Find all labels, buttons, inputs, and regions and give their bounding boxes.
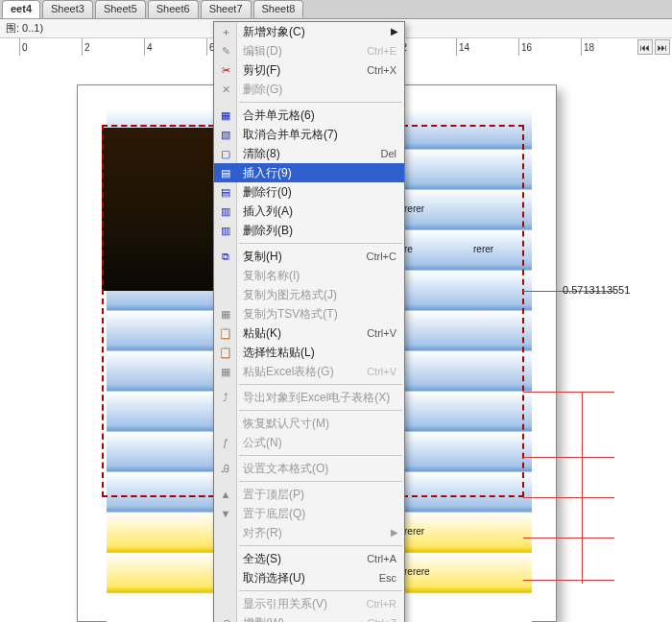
menu-shortcut: Ctrl+E	[367, 41, 396, 60]
menu-label: 恢复默认尺寸(M)	[243, 414, 396, 433]
float-value: 0.5713113551	[563, 284, 630, 296]
menu-label: 粘贴(K)	[243, 323, 367, 343]
dark-fill-region	[102, 128, 215, 291]
menu-separator	[239, 410, 402, 411]
menu-select-all[interactable]: 全选(S) Ctrl+A	[214, 549, 404, 568]
cell-text: rerer	[404, 526, 424, 537]
menu-bring-front[interactable]: ▲ 置于顶层(P)	[214, 485, 404, 504]
menu-separator	[239, 545, 402, 546]
menu-label: 选择性粘贴(L)	[243, 343, 396, 362]
formula-icon: ƒ	[218, 435, 233, 450]
menu-label: 删除(G)	[243, 80, 396, 99]
menu-delete[interactable]: ✕ 删除(G)	[214, 80, 404, 99]
menu-edit[interactable]: ✎ 编辑(D) Ctrl+E	[214, 41, 404, 60]
tsv-icon: ▦	[218, 306, 233, 322]
menu-copy-name[interactable]: 复制名称(I)	[214, 266, 404, 285]
menu-send-back[interactable]: ▼ 置于底层(Q)	[214, 504, 404, 523]
menu-align[interactable]: 对齐(R) ▶	[214, 523, 404, 542]
menu-copy[interactable]: ⧉ 复制(H) Ctrl+C	[214, 247, 404, 266]
menu-deselect[interactable]: 取消选择(U) Esc	[214, 568, 404, 587]
menu-label: 编辑(D)	[243, 41, 367, 60]
menu-formula[interactable]: ƒ 公式(N)	[214, 433, 404, 452]
menu-insert-col[interactable]: ▥ 插入列(A)	[214, 202, 404, 221]
menu-separator	[239, 590, 402, 591]
menu-label: 全选(S)	[243, 549, 367, 568]
ruler-mark: 0	[19, 38, 28, 57]
ruler-prev-button[interactable]: ⏮	[637, 39, 653, 55]
menu-cut[interactable]: ✂ 剪切(F) Ctrl+X	[214, 60, 404, 80]
menu-insert-row[interactable]: ▤ 插入行(9)	[214, 163, 404, 182]
menu-label: 剪切(F)	[243, 60, 367, 80]
menu-label: 取消选择(U)	[243, 568, 379, 587]
grid-line	[523, 538, 614, 538]
menu-paste-special[interactable]: 📋 选择性粘贴(L)	[214, 343, 404, 362]
menu-label: 置于顶层(P)	[243, 485, 396, 504]
menu-separator	[239, 102, 402, 103]
menu-paste-excel[interactable]: ▦ 粘贴Excel表格(G) Ctrl+V	[214, 362, 404, 381]
grid-line	[523, 580, 614, 581]
menu-separator	[239, 481, 402, 482]
menu-label: 置于底层(Q)	[243, 504, 396, 523]
tab-sheet7[interactable]: Sheet7	[201, 0, 252, 18]
menu-unmerge-cells[interactable]: ▧ 取消合并单元格(7)	[214, 125, 404, 144]
tab-sheet6[interactable]: Sheet6	[148, 0, 199, 18]
menu-label: 导出对象到Excel电子表格(X)	[243, 388, 396, 407]
text-format-icon: Ꭿ	[218, 461, 233, 476]
menu-label: 显示引用关系(V)	[243, 594, 367, 613]
menu-shortcut: Ctrl+A	[367, 549, 396, 568]
menu-label: 新增对象(C)	[243, 22, 396, 41]
menu-add-del[interactable]: ↶ 增删(W) Ctrl+Z	[214, 613, 404, 622]
ruler-mark: 2	[82, 38, 90, 57]
menu-merge-cells[interactable]: ▦ 合并单元格(6)	[214, 106, 404, 125]
menu-delete-col[interactable]: ▥ 删除列(B)	[214, 221, 404, 240]
tab-sheet3[interactable]: Sheet3	[42, 0, 93, 18]
menu-paste[interactable]: 📋 粘贴(K) Ctrl+V	[214, 323, 404, 343]
grid-line	[523, 392, 614, 393]
submenu-arrow-icon: ▶	[391, 22, 398, 41]
menu-shortcut: Del	[380, 144, 396, 163]
menu-label: 复制为TSV格式(T)	[243, 304, 396, 323]
tab-sheet5[interactable]: Sheet5	[95, 0, 146, 18]
send-back-icon: ▼	[218, 506, 233, 521]
menu-new-object[interactable]: ＋ 新增对象(C) ▶	[214, 22, 404, 41]
menu-copy-as-tsv[interactable]: ▦ 复制为TSV格式(T)	[214, 304, 404, 323]
insert-row-icon: ▤	[218, 165, 233, 180]
menu-show-ref[interactable]: 显示引用关系(V) Ctrl+R	[214, 594, 404, 613]
menu-label: 合并单元格(6)	[243, 106, 396, 125]
insert-col-icon: ▥	[218, 203, 233, 219]
menu-label: 设置文本格式(O)	[243, 459, 396, 478]
menu-label: 增删(W)	[243, 613, 368, 622]
menu-copy-as-image[interactable]: 复制为图元格式(J)	[214, 285, 404, 304]
menu-label: 删除行(0)	[243, 182, 396, 202]
tab-sheet8[interactable]: Sheet8	[253, 0, 304, 18]
menu-export-excel[interactable]: ⤴ 导出对象到Excel电子表格(X)	[214, 388, 404, 407]
menu-label: 复制名称(I)	[243, 266, 396, 285]
ruler-mark: 14	[456, 38, 469, 57]
menu-restore-size[interactable]: 恢复默认尺寸(M)	[214, 414, 404, 433]
paste-icon: 📋	[218, 325, 233, 341]
menu-clear[interactable]: ▢ 清除(8) Del	[214, 144, 404, 163]
menu-shortcut: Ctrl+X	[367, 60, 396, 80]
grid-line	[523, 457, 614, 458]
menu-label: 公式(N)	[243, 433, 396, 452]
context-menu: ＋ 新增对象(C) ▶ ✎ 编辑(D) Ctrl+E ✂ 剪切(F) Ctrl+…	[213, 21, 405, 622]
copy-icon: ⧉	[218, 249, 233, 264]
menu-separator	[239, 455, 402, 456]
paste-special-icon: 📋	[218, 345, 233, 360]
menu-shortcut: Ctrl+V	[367, 362, 396, 381]
cell-text: rerer	[404, 203, 424, 214]
merge-icon: ▦	[218, 108, 233, 123]
x-icon: ✕	[218, 82, 233, 97]
clear-icon: ▢	[218, 146, 233, 161]
cell-text: rerere	[404, 566, 430, 577]
menu-separator	[239, 243, 402, 244]
tab-sheet4[interactable]: eet4	[2, 0, 40, 18]
plus-icon: ＋	[218, 24, 233, 39]
menu-label: 插入列(A)	[243, 202, 396, 221]
menu-text-format[interactable]: Ꭿ 设置文本格式(O)	[214, 459, 404, 478]
submenu-arrow-icon: ▶	[391, 523, 398, 542]
menu-label: 复制为图元格式(J)	[243, 285, 396, 304]
ruler-next-button[interactable]: ⏭	[655, 39, 670, 55]
menu-delete-row[interactable]: ▤ 删除行(0)	[214, 182, 404, 202]
menu-shortcut: Ctrl+R	[367, 594, 396, 613]
